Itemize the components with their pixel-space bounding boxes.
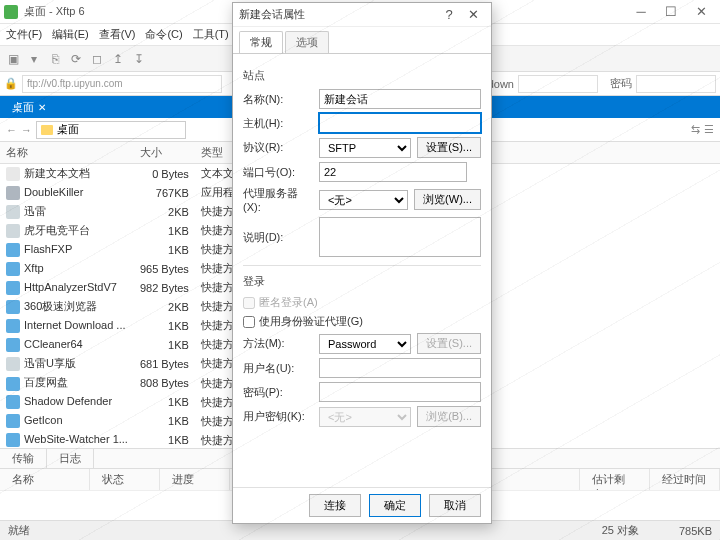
file-icon: [6, 357, 20, 371]
label-host: 主机(H):: [243, 116, 313, 131]
input-port[interactable]: [319, 162, 467, 182]
label-desc: 说明(D):: [243, 230, 313, 245]
file-icon: [6, 433, 20, 447]
label-anon: 匿名登录(A): [259, 295, 318, 310]
dialog-help-icon[interactable]: ?: [437, 7, 461, 22]
input-pass[interactable]: [319, 382, 481, 402]
file-icon: [6, 377, 20, 391]
tab-transfer[interactable]: 传输: [0, 449, 47, 468]
label-name: 名称(N):: [243, 92, 313, 107]
list-icon[interactable]: ☰: [704, 123, 714, 136]
refresh-icon[interactable]: ⟳: [67, 50, 85, 68]
tcol-progress[interactable]: 进度: [160, 469, 230, 490]
open-icon[interactable]: ▾: [25, 50, 43, 68]
sync-icon[interactable]: ⇆: [691, 123, 700, 136]
file-icon: [6, 243, 20, 257]
user-input[interactable]: [518, 75, 598, 93]
select-userkey: <无>: [319, 407, 411, 427]
section-site: 站点: [243, 68, 481, 83]
check-anon: [243, 297, 255, 309]
input-user[interactable]: [319, 358, 481, 378]
file-icon: [6, 224, 20, 238]
status-ready: 就绪: [8, 523, 30, 538]
forward-icon[interactable]: →: [21, 124, 32, 136]
file-icon: [6, 281, 20, 295]
path-input[interactable]: 桌面: [36, 121, 186, 139]
file-icon: [6, 186, 20, 200]
label-protocol: 协议(R):: [243, 140, 313, 155]
label-usekey: 使用身份验证代理(G): [259, 314, 363, 329]
folder-icon: [41, 125, 53, 135]
lock-icon: 🔒: [4, 77, 18, 90]
button-cancel[interactable]: 取消: [429, 494, 481, 517]
file-icon: [6, 414, 20, 428]
button-connect[interactable]: 连接: [309, 494, 361, 517]
path-value: 桌面: [57, 122, 79, 137]
dialog-close-icon[interactable]: ✕: [461, 7, 485, 22]
file-icon: [6, 338, 20, 352]
input-name[interactable]: [319, 89, 481, 109]
file-icon: [6, 300, 20, 314]
new-icon[interactable]: ▣: [4, 50, 22, 68]
menu-edit[interactable]: 编辑(E): [52, 27, 89, 42]
status-totalsize: 785KB: [679, 525, 712, 537]
select-protocol[interactable]: SFTP: [319, 138, 411, 158]
app-icon: [4, 5, 18, 19]
label-method: 方法(M):: [243, 336, 313, 351]
url-input[interactable]: [22, 75, 222, 93]
back-icon[interactable]: ←: [6, 124, 17, 136]
tcol-eta[interactable]: 估计剩余...: [580, 469, 650, 490]
dialog-tab-general[interactable]: 常规: [239, 31, 283, 53]
minimize-button[interactable]: ─: [626, 2, 656, 22]
pass-label: 密码: [610, 76, 632, 91]
file-icon: [6, 167, 20, 181]
input-desc[interactable]: [319, 217, 481, 257]
menu-tools[interactable]: 工具(T): [193, 27, 229, 42]
button-userkey-browse: 浏览(B)...: [417, 406, 481, 427]
dialog-titlebar[interactable]: 新建会话属性 ? ✕: [233, 3, 491, 27]
label-proxy: 代理服务器(X):: [243, 186, 313, 213]
input-host[interactable]: [319, 113, 481, 133]
label-port: 端口号(O):: [243, 165, 313, 180]
menu-file[interactable]: 文件(F): [6, 27, 42, 42]
dialog-tabs: 常规 选项: [233, 27, 491, 54]
button-proxy-browse[interactable]: 浏览(W)...: [414, 189, 481, 210]
section-login: 登录: [243, 274, 481, 289]
label-user: 用户名(U):: [243, 361, 313, 376]
select-method[interactable]: Password: [319, 334, 411, 354]
tab-close-icon[interactable]: ✕: [38, 102, 46, 113]
button-method-settings: 设置(S)...: [417, 333, 481, 354]
save-icon[interactable]: ⎘: [46, 50, 64, 68]
stop-icon[interactable]: ◻: [88, 50, 106, 68]
download-icon[interactable]: ↧: [130, 50, 148, 68]
close-button[interactable]: ✕: [686, 2, 716, 22]
col-size[interactable]: 大小: [134, 142, 195, 164]
select-proxy[interactable]: <无>: [319, 190, 408, 210]
file-icon: [6, 319, 20, 333]
col-name[interactable]: 名称: [0, 142, 134, 164]
check-usekey[interactable]: [243, 316, 255, 328]
file-icon: [6, 262, 20, 276]
tcol-status[interactable]: 状态: [90, 469, 160, 490]
tcol-name[interactable]: 名称: [0, 469, 90, 490]
tcol-elapsed[interactable]: 经过时间: [650, 469, 720, 490]
pass-input[interactable]: [636, 75, 716, 93]
file-icon: [6, 205, 20, 219]
menu-commands[interactable]: 命令(C): [145, 27, 182, 42]
maximize-button[interactable]: ☐: [656, 2, 686, 22]
label-userkey: 用户密钥(K):: [243, 409, 313, 424]
upload-icon[interactable]: ↥: [109, 50, 127, 68]
dialog-footer: 连接 确定 取消: [233, 487, 491, 523]
file-icon: [6, 395, 20, 409]
tab-log[interactable]: 日志: [47, 449, 94, 468]
new-session-dialog: 新建会话属性 ? ✕ 常规 选项 站点 名称(N): 主机(H): 协议(R):…: [232, 2, 492, 524]
dialog-title: 新建会话属性: [239, 7, 437, 22]
tab-label: 桌面: [12, 100, 34, 115]
tab-desktop[interactable]: 桌面 ✕: [0, 97, 58, 118]
menu-view[interactable]: 查看(V): [99, 27, 136, 42]
dialog-tab-options[interactable]: 选项: [285, 31, 329, 53]
button-protocol-settings[interactable]: 设置(S)...: [417, 137, 481, 158]
label-pass: 密码(P):: [243, 385, 313, 400]
status-objects: 25 对象: [602, 523, 639, 538]
button-ok[interactable]: 确定: [369, 494, 421, 517]
